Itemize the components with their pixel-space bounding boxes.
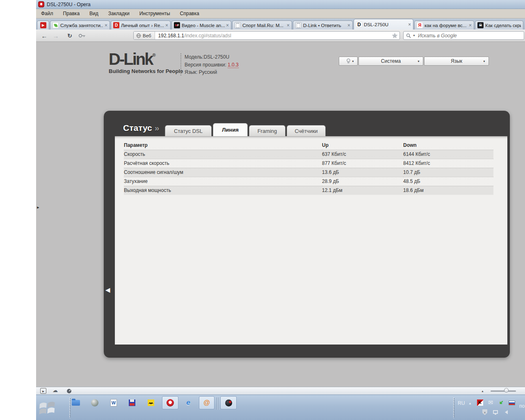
- language-indicator[interactable]: RU: [458, 400, 465, 406]
- tab-close-icon[interactable]: ×: [165, 23, 168, 28]
- menu-file[interactable]: Файл: [36, 9, 58, 18]
- word-shortcut[interactable]: W: [108, 397, 119, 408]
- zoom-slider-thumb[interactable]: [504, 388, 509, 393]
- opera-running-button[interactable]: [162, 396, 178, 409]
- forward-button[interactable]: →: [51, 31, 61, 40]
- tab-youtube[interactable]: ▶: [37, 21, 49, 30]
- tab-dsl-2750u-active[interactable]: D DSL-2750U ×: [354, 19, 413, 30]
- usb-eject-tray-icon[interactable]: ➜: [498, 399, 504, 406]
- hint-dropdown[interactable]: ▼: [339, 57, 358, 66]
- opera-icon: [167, 399, 174, 406]
- zoom-menu-icon[interactable]: ▲: [481, 390, 484, 393]
- divider: [180, 53, 181, 75]
- line-stats-table: Параметр Up Down Скорость 637 Кбит/с 614…: [124, 141, 493, 195]
- table-cell: Затухание: [124, 177, 322, 186]
- network-tray-icon[interactable]: [492, 409, 499, 415]
- search-input[interactable]: [417, 32, 521, 39]
- tab-sport-mailru[interactable]: Спорт Mail.Ru: M... ×: [232, 21, 292, 30]
- tab-close-icon[interactable]: ×: [347, 23, 350, 28]
- tab-close-icon[interactable]: ×: [408, 22, 411, 27]
- tab-close-icon[interactable]: ×: [105, 23, 107, 28]
- tab-framing[interactable]: Framing: [249, 125, 285, 136]
- tab-personal-experience[interactable]: D Личный опыт › Re... ×: [111, 21, 171, 30]
- url-field[interactable]: Веб 192.168.1.1/index.cgi#status/adsl: [133, 31, 400, 40]
- panels-toggle-icon[interactable]: ▶: [40, 388, 46, 394]
- mail-tray-icon[interactable]: ✉: [487, 399, 494, 406]
- title-bar: DSL-2750U - Opera: [36, 0, 525, 9]
- page-icon: [235, 22, 241, 28]
- site-badge[interactable]: Веб: [134, 32, 155, 39]
- ie-icon: e: [186, 399, 190, 407]
- desktop: DSL-2750U - Opera Файл Правка Вид Заклад…: [0, 0, 525, 420]
- muscle-fitness-icon: MF: [174, 22, 180, 28]
- menu-bar: Файл Правка Вид Закладки Инструменты Спр…: [36, 9, 525, 18]
- firmware-version: 1.0.3: [228, 62, 239, 68]
- russian-flag-icon[interactable]: [509, 399, 515, 406]
- turbo-cloud-icon[interactable]: ☁: [52, 387, 58, 393]
- table-cell: Расчётная скорость: [124, 159, 322, 168]
- skull-icon: ☠: [477, 22, 484, 28]
- search-field[interactable]: ▼: [403, 31, 524, 40]
- globe-icon: [91, 399, 98, 406]
- search-engine-caret-icon[interactable]: ▼: [413, 34, 415, 37]
- volume-tray-icon[interactable]: [503, 409, 509, 415]
- tab-bar: ▶ Служба занятости... × D Личный опыт › …: [36, 18, 525, 30]
- key-icon[interactable]: [77, 31, 87, 40]
- speed-gauge-icon[interactable]: [66, 388, 72, 395]
- tray-expand-icon[interactable]: ▲: [468, 402, 472, 405]
- table-cell: Скорость: [124, 150, 322, 159]
- dlink-logo: D-Link® Building Networks for People: [109, 51, 183, 74]
- panel-collapse-icon[interactable]: ◀: [105, 286, 110, 294]
- search-icon: [406, 33, 411, 38]
- red-d-icon: D: [113, 22, 119, 28]
- panel-title: Статус »: [123, 123, 159, 133]
- back-button[interactable]: ←: [39, 31, 49, 40]
- zoom-slider-track[interactable]: [491, 390, 516, 392]
- sidebar-open-icon[interactable]: ▶: [36, 204, 40, 211]
- kaspersky-tray-icon[interactable]: K: [477, 399, 483, 406]
- start-button[interactable]: [39, 400, 57, 418]
- tab-close-icon[interactable]: ×: [287, 23, 290, 28]
- tab-forum-question[interactable]: Я как на форуме вс... ×: [414, 21, 474, 30]
- menu-help[interactable]: Справка: [175, 9, 204, 18]
- folder-shortcut[interactable]: [71, 397, 81, 408]
- tab-status-dsl[interactable]: Статус DSL: [165, 125, 212, 136]
- reload-button[interactable]: ↻: [65, 31, 75, 40]
- address-bar: ← → ↻ Веб 192.168.1.1/index.cgi#status/a…: [36, 30, 525, 42]
- tab-employment[interactable]: Служба занятости... ×: [50, 21, 110, 30]
- browser-globe-shortcut[interactable]: [89, 397, 100, 408]
- save-floppy-shortcut[interactable]: [127, 397, 137, 408]
- menu-tools[interactable]: Инструменты: [135, 9, 175, 18]
- bookmark-star-icon[interactable]: [392, 33, 398, 39]
- system-dropdown[interactable]: Система▼: [358, 57, 423, 66]
- security-shield-tray-icon[interactable]: x: [482, 409, 488, 415]
- status-panel: Статус » Статус DSL Линия Framing Счётчи…: [104, 111, 510, 358]
- sprout-icon: [52, 22, 59, 28]
- col-header: Up: [322, 141, 403, 150]
- tab-line-active[interactable]: Линия: [213, 123, 248, 136]
- word-icon: W: [110, 399, 117, 406]
- tab-muscle-video[interactable]: MF Видео - Muscle an... ×: [171, 21, 231, 30]
- tab-counters[interactable]: Счётчики: [287, 125, 326, 136]
- taskbar-divider: [217, 397, 217, 410]
- page-icon: [295, 22, 301, 28]
- menu-bookmarks[interactable]: Закладки: [103, 9, 135, 18]
- tab-close-icon[interactable]: ×: [226, 23, 229, 28]
- menu-edit[interactable]: Правка: [58, 9, 85, 18]
- yandex-icon: Я: [417, 22, 423, 28]
- mailru-agent-button[interactable]: @: [199, 396, 215, 409]
- opera-window: DSL-2750U - Opera Файл Правка Вид Заклад…: [36, 0, 525, 395]
- device-info: Модель:DSL-2750U Версия прошивки: 1.0.3 …: [185, 53, 239, 76]
- globe-icon: [136, 33, 141, 38]
- menu-view[interactable]: Вид: [84, 9, 103, 18]
- thebat-shortcut[interactable]: [146, 397, 156, 408]
- dark-browser-button[interactable]: [220, 396, 237, 409]
- opera-icon: [38, 1, 44, 7]
- bat-icon: [148, 399, 154, 406]
- ie-shortcut[interactable]: e: [183, 397, 194, 408]
- tab-dlink-forum[interactable]: D-Link • Ответить ×: [293, 21, 353, 30]
- tab-how-to-screenshot[interactable]: ☠ Как сделать скри...: [475, 21, 523, 30]
- language-dropdown[interactable]: Язык▼: [424, 57, 489, 66]
- tab-close-icon[interactable]: ×: [469, 23, 472, 28]
- table-cell: 13.6 дБ: [322, 168, 403, 177]
